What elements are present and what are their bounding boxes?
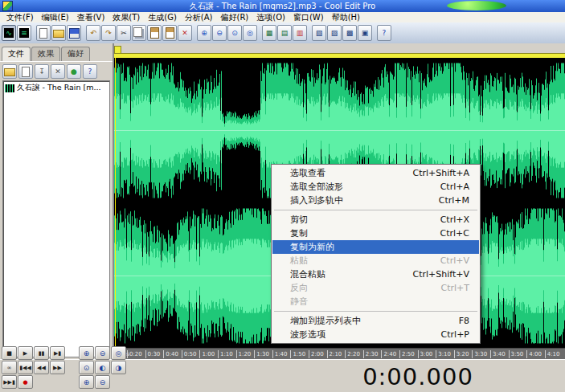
multitrack-view-button[interactable]: ≡ bbox=[17, 25, 31, 41]
context-menu-item-add-to-cue-list[interactable]: 增加到提示列表中F8 bbox=[272, 314, 479, 328]
menu-analyze[interactable]: 分析(A) bbox=[181, 12, 217, 23]
context-menu-item-mute: 静音 bbox=[272, 295, 479, 308]
help-icon: ? bbox=[379, 28, 389, 38]
ruler-tick: 3:30 bbox=[472, 350, 487, 358]
play-looped-button[interactable]: ∞ bbox=[2, 361, 17, 374]
save-file-icon bbox=[69, 28, 80, 39]
ruler-tick: 3:10 bbox=[436, 350, 451, 358]
context-menu-item-copy-to-new[interactable]: 复制为新的 bbox=[272, 240, 479, 254]
open-file-button[interactable] bbox=[51, 25, 66, 41]
context-menu-shortcut: Ctrl+V bbox=[440, 255, 469, 266]
paste-icon bbox=[150, 27, 159, 39]
context-menu-item-copy[interactable]: 复制Ctrl+C bbox=[272, 227, 479, 240]
zoom-vertical-in-button[interactable]: ⊕ bbox=[79, 375, 94, 389]
ruler-tick: 3:20 bbox=[454, 350, 469, 358]
zoom-full-button[interactable]: ◎ bbox=[111, 346, 126, 360]
menu-view[interactable]: 查看(V) bbox=[73, 12, 109, 23]
go-to-end-button[interactable]: ▶▶▮ bbox=[2, 375, 17, 389]
ruler-tick: 4:10 bbox=[545, 350, 560, 358]
context-menu-item-cut[interactable]: 剪切Ctrl+X bbox=[272, 213, 479, 227]
play-file-button[interactable]: ● bbox=[67, 64, 81, 79]
paste-button[interactable] bbox=[147, 25, 162, 41]
context-menu-item-insert-into-multitrack[interactable]: 插入到多轨中Ctrl+M bbox=[272, 194, 479, 207]
new-file-button[interactable] bbox=[36, 25, 51, 41]
zoom-out-button[interactable]: ⊖ bbox=[95, 346, 110, 360]
menu-generate[interactable]: 生成(G) bbox=[144, 12, 181, 23]
timeline-ruler[interactable]: hms0:200:300:400:501:001:101:201:301:401… bbox=[114, 348, 565, 360]
cut-button[interactable]: ✂ bbox=[117, 25, 131, 41]
help-button[interactable]: ? bbox=[83, 64, 97, 79]
zoom-window-button[interactable]: ▩ bbox=[342, 25, 357, 41]
cue-list-window-button[interactable]: ▤ bbox=[277, 25, 292, 41]
effects-rack-window-button[interactable]: ▦ bbox=[262, 25, 276, 41]
remove-file-button[interactable]: ✕ bbox=[51, 64, 65, 79]
context-menu-item-select-entire-wave[interactable]: 选取全部波形Ctrl+A bbox=[272, 180, 479, 194]
rewind-button[interactable]: ◀◀ bbox=[34, 361, 49, 374]
zoom-in-button[interactable]: ⊕ bbox=[79, 346, 94, 360]
menu-favorites[interactable]: 偏好(R) bbox=[216, 12, 252, 23]
redo-button[interactable]: ↷ bbox=[101, 25, 116, 41]
zoom-out-button[interactable]: ⊖ bbox=[212, 25, 227, 41]
context-menu-label: 波形选项 bbox=[290, 329, 325, 341]
toolbar: ∿≡↶↷✂✕⊕⊖⊙◎▦▤▥▧▨▩▣? bbox=[0, 22, 565, 44]
organizer-panel: 文件效果偏好 ↧✕●? 久石譲 - The Rain [m... bbox=[0, 43, 114, 360]
ruler-tick: 1:40 bbox=[272, 350, 288, 358]
stop-button[interactable]: ■ bbox=[2, 346, 17, 360]
menu-edit[interactable]: 编辑(E) bbox=[38, 12, 73, 23]
ruler-tick: 0:30 bbox=[145, 350, 161, 358]
menu-options[interactable]: 选项(O) bbox=[252, 12, 289, 23]
menu-file[interactable]: 文件(F) bbox=[2, 12, 38, 23]
undo-button[interactable]: ↶ bbox=[86, 25, 100, 41]
mix-paste-button[interactable] bbox=[162, 25, 177, 41]
context-menu-item-wave-properties[interactable]: 波形选项Ctrl+P bbox=[272, 328, 479, 341]
mixer-window-icon: ▧ bbox=[314, 28, 324, 38]
zoom-in-button[interactable]: ⊕ bbox=[197, 25, 211, 41]
current-time-display: 0:00.000 bbox=[346, 361, 490, 391]
go-to-beginning-button[interactable]: ▮◀◀ bbox=[18, 361, 33, 374]
record-button[interactable]: ● bbox=[18, 375, 33, 389]
open-file-button[interactable] bbox=[2, 64, 17, 79]
tab-files[interactable]: 文件 bbox=[2, 47, 31, 61]
zoom-selection-button[interactable]: ⊙ bbox=[227, 25, 242, 41]
titlebar[interactable]: 久石譲 - The Rain [mqms2].mp3 - Cool Edit P… bbox=[0, 0, 565, 12]
fast-forward-button[interactable]: ▶▶ bbox=[50, 361, 65, 374]
copy-button[interactable] bbox=[132, 25, 146, 41]
ruler-tick: 2:00 bbox=[309, 350, 324, 358]
mix-paste-icon bbox=[166, 27, 174, 39]
context-menu-item-select-view[interactable]: 选取查看Ctrl+Shift+A bbox=[272, 166, 479, 180]
time-window-button[interactable]: ▣ bbox=[358, 25, 372, 41]
mixer-window-button[interactable]: ▧ bbox=[312, 25, 326, 41]
context-menu-label: 增加到提示列表中 bbox=[290, 315, 361, 327]
insert-to-multitrack-button[interactable]: ↧ bbox=[35, 64, 49, 79]
waveform-view-button[interactable]: ∿ bbox=[2, 25, 16, 41]
transport-window-button[interactable]: ▨ bbox=[327, 25, 342, 41]
zoom-left-edge-button[interactable]: ◐ bbox=[95, 361, 110, 374]
menu-window[interactable]: 窗口(W) bbox=[289, 12, 328, 23]
context-menu-shortcut: Ctrl+M bbox=[439, 195, 469, 206]
context-menu-item-mix-paste[interactable]: 混合粘贴Ctrl+Shift+V bbox=[272, 267, 479, 281]
close-file-button[interactable] bbox=[18, 64, 33, 79]
zoom-to-selection-button[interactable]: ⊙ bbox=[79, 361, 94, 374]
save-file-button[interactable] bbox=[67, 25, 81, 41]
tab-effects[interactable]: 效果 bbox=[31, 47, 60, 61]
menu-help[interactable]: 帮助(H) bbox=[328, 12, 364, 23]
file-list[interactable]: 久石譲 - The Rain [m... bbox=[2, 80, 110, 357]
titlebar-green-decoration bbox=[447, 1, 506, 10]
play-to-end-button[interactable]: ▶▮ bbox=[50, 346, 65, 360]
context-menu-shortcut: Ctrl+Shift+A bbox=[412, 168, 469, 178]
zoom-full-button[interactable]: ◎ bbox=[243, 25, 257, 41]
play-button[interactable]: ▶ bbox=[18, 346, 33, 360]
zoom-right-edge-button[interactable]: ◑ bbox=[111, 361, 126, 374]
ruler-tick: 0:40 bbox=[163, 350, 178, 358]
pause-button[interactable]: ▮▮ bbox=[34, 346, 49, 360]
ruler-tick: 2:10 bbox=[327, 350, 342, 358]
help-button[interactable]: ? bbox=[377, 25, 391, 41]
tab-favorites[interactable]: 偏好 bbox=[61, 47, 90, 61]
ruler-tick: 2:20 bbox=[345, 350, 360, 358]
zoom-selection-icon: ⊙ bbox=[230, 28, 240, 38]
zoom-vertical-out-button[interactable]: ⊖ bbox=[95, 375, 110, 389]
delete-button[interactable]: ✕ bbox=[178, 25, 192, 41]
file-list-item[interactable]: 久石譲 - The Rain [m... bbox=[5, 83, 108, 93]
play-list-window-button[interactable]: ▥ bbox=[293, 25, 307, 41]
menu-effects[interactable]: 效果(T) bbox=[108, 12, 144, 23]
